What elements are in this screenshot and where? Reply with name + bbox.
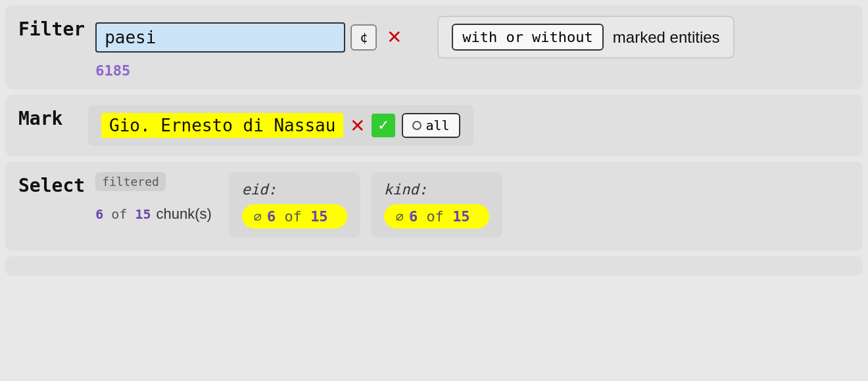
eid-empty-icon: ∅ bbox=[254, 209, 262, 225]
marked-entities-label: marked entities bbox=[613, 28, 720, 47]
select-label-row: filtered bbox=[95, 172, 212, 191]
with-or-without-button[interactable]: with or without bbox=[452, 24, 604, 51]
filter-count-badge: 6185 bbox=[95, 62, 130, 79]
cent-icon: ¢ bbox=[360, 30, 368, 45]
mark-all-label: all bbox=[425, 118, 449, 133]
select-section: Select filtered 6 of 15 chunk(s) eid: ∅ bbox=[5, 162, 863, 251]
filter-with-or-without-group: with or without marked entities bbox=[437, 16, 734, 58]
eid-count-text: 6 of 15 bbox=[267, 208, 328, 225]
chunks-of-word: of bbox=[111, 206, 135, 222]
chunks-label: chunk(s) bbox=[156, 206, 211, 223]
mark-content: Gio. Ernesto di Nassau ✕ ✓ all bbox=[88, 105, 473, 146]
filter-content: ¢ ✕ with or without marked entities 6185 bbox=[95, 16, 850, 79]
mark-clear-icon: ✕ bbox=[350, 115, 365, 137]
eid-label: eid: bbox=[242, 181, 347, 198]
mark-clear-button[interactable]: ✕ bbox=[350, 115, 365, 137]
mark-check-icon: ✓ bbox=[377, 117, 389, 134]
kind-empty-icon: ∅ bbox=[396, 209, 404, 225]
filter-clear-icon: ✕ bbox=[387, 26, 402, 48]
mark-tag: Gio. Ernesto di Nassau bbox=[101, 113, 343, 138]
eid-of-badge[interactable]: ∅ 6 of 15 bbox=[242, 204, 347, 229]
select-columns: eid: ∅ 6 of 15 kind: ∅ 6 of bbox=[229, 172, 502, 238]
kind-of-badge[interactable]: ∅ 6 of 15 bbox=[384, 204, 489, 229]
chunks-row: 6 of 15 chunk(s) bbox=[95, 206, 212, 223]
bottom-bar bbox=[5, 256, 863, 276]
chunks-15: 15 bbox=[135, 206, 151, 222]
select-left: filtered 6 of 15 chunk(s) bbox=[95, 172, 212, 223]
kind-count-15: 15 bbox=[452, 208, 470, 225]
filter-section: Filter ¢ ✕ with or without marked entiti… bbox=[5, 5, 863, 89]
eid-count-6: 6 bbox=[267, 208, 276, 225]
eid-of-word: of bbox=[284, 208, 310, 225]
kind-count-6: 6 bbox=[409, 208, 418, 225]
filter-row: ¢ ✕ with or without marked entities bbox=[95, 16, 850, 58]
filter-input[interactable] bbox=[95, 22, 345, 53]
select-column-eid: eid: ∅ 6 of 15 bbox=[229, 172, 360, 238]
cent-button[interactable]: ¢ bbox=[350, 24, 377, 51]
kind-count-text: 6 of 15 bbox=[409, 208, 470, 225]
filtered-badge: filtered bbox=[95, 172, 166, 191]
chunks-of-text: 6 of 15 bbox=[95, 206, 151, 222]
mark-label: Mark bbox=[18, 105, 78, 129]
kind-of-word: of bbox=[426, 208, 452, 225]
filter-count: 6185 bbox=[95, 62, 850, 79]
kind-label: kind: bbox=[384, 181, 489, 198]
select-wrapper: filtered 6 of 15 chunk(s) eid: ∅ 6 bbox=[95, 172, 502, 238]
eid-count-15: 15 bbox=[310, 208, 328, 225]
mark-all-button[interactable]: all bbox=[402, 113, 460, 138]
select-column-kind: kind: ∅ 6 of 15 bbox=[371, 172, 502, 238]
select-label: Select bbox=[18, 172, 85, 196]
mark-section: Mark Gio. Ernesto di Nassau ✕ ✓ all bbox=[5, 95, 863, 156]
filter-clear-button[interactable]: ✕ bbox=[382, 26, 406, 49]
chunks-6: 6 bbox=[95, 206, 103, 222]
filter-label: Filter bbox=[18, 16, 85, 40]
circle-icon bbox=[412, 121, 422, 130]
mark-check-button[interactable]: ✓ bbox=[372, 114, 395, 137]
